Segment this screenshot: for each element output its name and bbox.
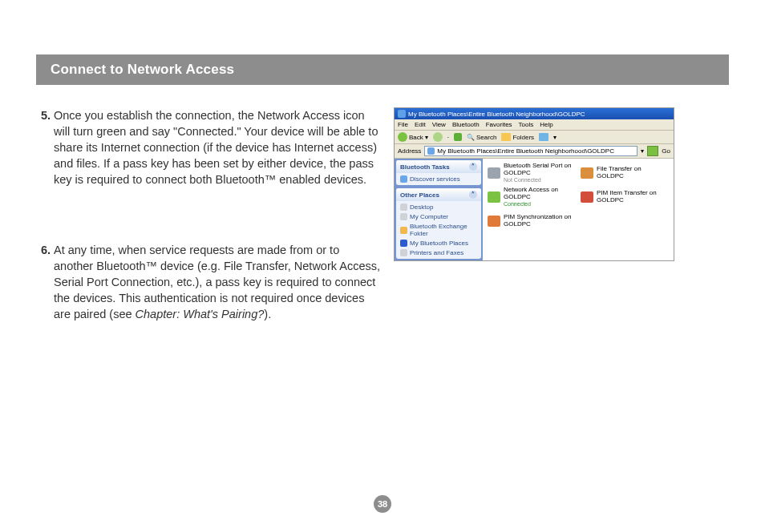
folders-button[interactable]: Folders (501, 133, 534, 141)
step-6: 6. At any time, when service requests ar… (36, 242, 381, 322)
search-button[interactable]: 🔍 Search (467, 134, 496, 141)
menu-view[interactable]: View (432, 121, 446, 128)
menu-file[interactable]: File (398, 121, 408, 128)
service-name: PIM Synchronization on GOLDPC (504, 214, 576, 228)
service-name: Network Access on GOLDPC (504, 187, 576, 201)
side-panel: Bluetooth Tasks ˄ Discover services (395, 159, 483, 260)
place-printers[interactable]: Printers and Faxes (400, 249, 477, 256)
window-title: My Bluetooth Places\Entire Bluetooth Nei… (408, 111, 585, 118)
step-number: 6. (36, 242, 54, 322)
service-name: Bluetooth Serial Port on GOLDPC (504, 163, 576, 177)
step-text-italic: Chapter: What's Pairing? (136, 308, 265, 320)
address-bar: Address My Bluetooth Places\Entire Bluet… (395, 144, 674, 159)
address-value: My Bluetooth Places\Entire Bluetooth Nei… (437, 147, 614, 155)
service-name: File Transfer on GOLDPC (597, 166, 669, 180)
back-label: Back (409, 134, 423, 141)
place-label: My Bluetooth Places (410, 240, 468, 247)
service-pim-item-transfer[interactable]: PIM Item Transfer on GOLDPC (581, 186, 669, 208)
page-number: 38 (374, 495, 391, 513)
folders-icon (501, 133, 511, 141)
panel-title: Other Places (400, 191, 439, 199)
place-label: Printers and Faxes (410, 249, 463, 256)
collapse-icon: ˄ (469, 163, 477, 171)
content-row: 5. Once you establish the connection, th… (36, 107, 729, 340)
menu-edit[interactable]: Edit (415, 121, 426, 128)
chevron-down-icon: ▾ (425, 134, 428, 141)
menu-bluetooth[interactable]: Bluetooth (452, 121, 480, 128)
place-label: Bluetooth Exchange Folder (410, 223, 477, 237)
panel-header[interactable]: Bluetooth Tasks ˄ (396, 160, 481, 173)
step-body: Once you establish the connection, the N… (54, 107, 381, 187)
instruction-column: 5. Once you establish the connection, th… (36, 107, 381, 340)
menu-help[interactable]: Help (540, 121, 552, 128)
pim-item-icon (581, 191, 593, 203)
service-status: Not Connected (504, 177, 576, 183)
separator-icon: · (447, 134, 449, 141)
go-button[interactable] (647, 146, 658, 156)
step-text-post: ). (264, 308, 271, 320)
menu-tools[interactable]: Tools (519, 121, 534, 128)
printers-icon (400, 249, 407, 256)
bluetooth-places-icon (400, 240, 407, 247)
chevron-down-icon: ▾ (553, 134, 557, 141)
network-access-icon (488, 191, 500, 203)
address-input[interactable]: My Bluetooth Places\Entire Bluetooth Nei… (424, 146, 638, 156)
bluetooth-places-icon (398, 110, 406, 118)
search-label: Search (476, 134, 496, 141)
up-button[interactable] (454, 133, 462, 141)
back-button[interactable]: Back ▾ (398, 132, 428, 142)
chevron-down-icon[interactable]: ▾ (641, 147, 644, 155)
forward-button[interactable] (433, 132, 443, 142)
service-serial-port[interactable]: Bluetooth Serial Port on GOLDPCNot Conne… (488, 162, 576, 184)
place-my-bt-places[interactable]: My Bluetooth Places (400, 240, 477, 247)
explorer-main: Bluetooth Tasks ˄ Discover services (395, 159, 674, 260)
step-5: 5. Once you establish the connection, th… (36, 107, 381, 187)
bluetooth-places-icon (427, 147, 435, 155)
step-number: 5. (36, 107, 54, 187)
desktop-icon (400, 204, 407, 211)
menu-bar: File Edit View Bluetooth Favorites Tools… (395, 119, 674, 131)
back-icon (398, 132, 407, 142)
address-label: Address (398, 147, 421, 155)
panel-body: Discover services (396, 173, 481, 185)
other-places-panel: Other Places ˄ Desktop My Computer Bluet… (396, 188, 481, 259)
panel-body: Desktop My Computer Bluetooth Exchange F… (396, 201, 481, 259)
place-my-computer[interactable]: My Computer (400, 213, 477, 220)
place-label: Desktop (410, 204, 433, 211)
views-button[interactable] (539, 133, 548, 141)
serial-port-icon (488, 167, 500, 179)
folders-label: Folders (512, 134, 534, 141)
panel-title: Bluetooth Tasks (400, 163, 450, 171)
window-titlebar: My Bluetooth Places\Entire Bluetooth Nei… (395, 108, 674, 119)
place-label: My Computer (410, 213, 448, 220)
step-body: At any time, when service requests are m… (54, 242, 381, 322)
file-pane: Bluetooth Serial Port on GOLDPCNot Conne… (483, 159, 674, 260)
task-discover-services[interactable]: Discover services (400, 175, 477, 183)
service-name: PIM Item Transfer on GOLDPC (597, 190, 669, 204)
service-status: Connected (504, 201, 576, 208)
discover-icon (400, 175, 407, 183)
service-file-transfer[interactable]: File Transfer on GOLDPC (581, 162, 669, 184)
folder-icon (400, 227, 407, 234)
pim-sync-icon (488, 216, 500, 227)
menu-favorites[interactable]: Favorites (486, 121, 512, 128)
computer-icon (400, 213, 407, 220)
toolbar: Back ▾ · 🔍 Search Folders ▾ (395, 131, 674, 144)
search-icon: 🔍 (467, 134, 475, 141)
service-network-access[interactable]: Network Access on GOLDPCConnected (488, 186, 576, 208)
file-transfer-icon (581, 167, 593, 179)
panel-header[interactable]: Other Places ˄ (396, 188, 481, 201)
explorer-screenshot: My Bluetooth Places\Entire Bluetooth Nei… (394, 107, 674, 261)
service-pim-sync[interactable]: PIM Synchronization on GOLDPC (488, 210, 576, 232)
collapse-icon: ˄ (469, 191, 477, 199)
bluetooth-tasks-panel: Bluetooth Tasks ˄ Discover services (396, 160, 481, 185)
place-bt-exchange[interactable]: Bluetooth Exchange Folder (400, 223, 477, 237)
place-desktop[interactable]: Desktop (400, 204, 477, 211)
section-header: Connect to Network Access (36, 54, 729, 85)
go-label: Go (662, 147, 670, 155)
task-label: Discover services (410, 175, 460, 183)
